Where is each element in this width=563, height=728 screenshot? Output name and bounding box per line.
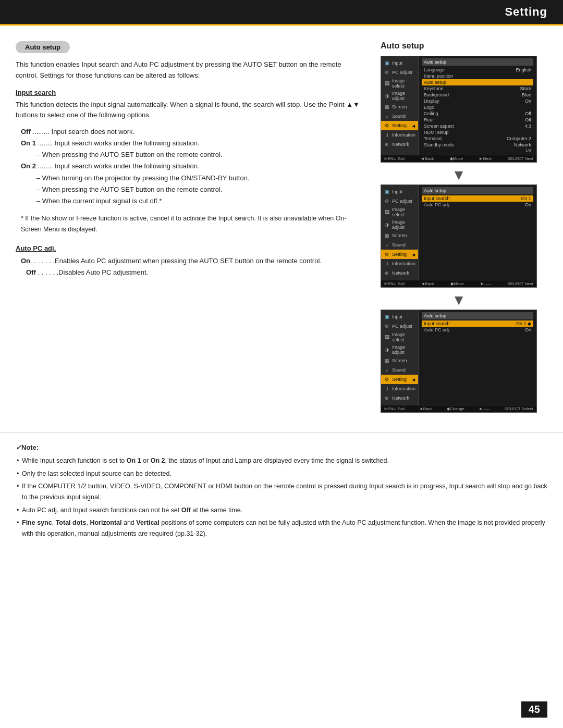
sound-icon-3: ♪ <box>383 366 390 374</box>
menu-item-setting-1: ⚙ Setting ◄ <box>381 121 418 130</box>
footnote: * If the No show or Freeze function is a… <box>16 213 365 236</box>
auto-pc-block: On. . . . . . .Enables Auto PC adjustmen… <box>16 255 365 278</box>
setting-icon-3: ⚙ <box>383 376 390 383</box>
on1-desc: ........ Input search works under the fo… <box>38 139 200 147</box>
menu-item-pcadjust: ⚙ PC adjust <box>381 68 418 77</box>
on2-desc: ........ Input search works under the fo… <box>38 162 200 170</box>
on2-option: On 2 ........ Input search works under t… <box>21 161 365 206</box>
row-terminal: TerminalComputer 2 <box>422 135 533 142</box>
footer-back-2: ◄Back <box>421 281 434 286</box>
footer-back-1: ◄Back <box>421 156 434 161</box>
footer-menu-2: MENU Exit <box>384 281 405 286</box>
menu-item-sound-2: ♪ Sound <box>381 240 418 250</box>
menu-inner-1: ▣ Input ⚙ PC adjust 🖼 Image select ◑ Ima… <box>381 56 536 155</box>
gear-icon-1: ⚙ <box>383 69 390 76</box>
adjust-icon-2: ◑ <box>383 221 390 228</box>
menu-item-input-2: ▣ Input <box>381 187 418 196</box>
on1-sub1: – When pressing the AUTO SET button on t… <box>21 149 365 161</box>
gear-icon-3: ⚙ <box>383 323 390 330</box>
page-number: 45 <box>521 701 547 718</box>
row-ceiling: CeilingOff <box>422 110 533 117</box>
on2-sub3: – When the current input signal is cut o… <box>21 195 365 207</box>
menu-item-network-2: ⊛ Network <box>381 268 418 278</box>
menu-item-setting-2: ⚙ Setting ◄ <box>381 250 418 259</box>
footer-select-2: SELECT Next <box>507 281 533 286</box>
network-icon-2: ⊛ <box>383 269 390 277</box>
menu-item-screen-3: ▦ Screen <box>381 356 418 365</box>
menu-right-panel-1: Auto setup LanguageEnglish Menu position… <box>419 56 536 155</box>
menu-screen-1: ▣ Input ⚙ PC adjust 🖼 Image select ◑ Ima… <box>381 56 537 163</box>
footer-next-2: ►----- <box>480 281 491 286</box>
footer-move-1: ◆Move <box>450 156 463 161</box>
note-item-3: If the COMPUTER 1/2 button, VIDEO, S-VID… <box>16 481 547 502</box>
on2-label: On 2 <box>21 162 36 170</box>
footer-next-3: ►----- <box>479 406 490 411</box>
menu-item-input-3: ▣ Input <box>381 312 418 322</box>
panel-title-3: Auto setup <box>422 312 533 319</box>
menu-item-info-3: ℹ Information <box>381 384 418 393</box>
note-item-2: Only the last selected input source can … <box>16 468 547 479</box>
info-icon-3: ℹ <box>383 385 390 392</box>
auto-setup-button-label: Auto setup <box>16 41 70 53</box>
input-search-title: Input search <box>16 89 365 96</box>
row-rear: RearOff <box>422 117 533 123</box>
auto-pc-title: Auto PC adj. <box>16 244 365 252</box>
footer-select-3: SELECT Select <box>505 406 533 411</box>
image-icon-3: 🖼 <box>383 334 390 341</box>
right-title: Auto setup <box>381 41 547 51</box>
row-keystone: KeystoneStore <box>422 85 533 92</box>
on2-sub1: – When turning on the projector by press… <box>21 172 365 184</box>
info-icon-2: ℹ <box>383 260 390 267</box>
network-icon-1: ⊛ <box>383 141 390 148</box>
notes-list: While Input search function is set to On… <box>16 455 547 539</box>
adjust-icon-1: ◑ <box>383 92 390 100</box>
menu-item-screen: ▦ Screen <box>381 102 418 112</box>
page-indicator-1: 1/3 <box>422 148 533 153</box>
setting-arrow-1: ◄ <box>411 123 416 129</box>
on1-label: On 1 <box>21 139 36 147</box>
adjust-icon-3: ◑ <box>383 346 390 353</box>
menu-item-screen-2: ▦ Screen <box>381 231 418 240</box>
off-desc: ......... Input search does not work. <box>32 128 134 135</box>
menu-item-network-3: ⊛ Network <box>381 393 418 403</box>
row-inputsearch-2: Input searchOn 1 <box>422 195 533 202</box>
main-content: Auto setup This function enables Input s… <box>0 26 563 427</box>
left-column: Auto setup This function enables Input s… <box>16 41 365 417</box>
image-icon-1: 🖼 <box>383 80 390 87</box>
note-item-4: Auto PC adj. and Input search functions … <box>16 505 547 516</box>
gear-icon-2: ⚙ <box>383 198 390 205</box>
off-option: Off ......... Input search does not work… <box>21 126 365 138</box>
row-menupos: Menu position <box>422 73 533 79</box>
setting-arrow-3: ◄ <box>411 377 416 382</box>
network-icon-3: ⊛ <box>383 394 390 402</box>
monitor-icon-2: ▣ <box>383 188 390 195</box>
setting-icon-1: ⚙ <box>383 122 390 129</box>
panel-title-1: Auto setup <box>422 58 533 66</box>
note-item-1: While Input search function is set to On… <box>16 455 547 466</box>
auto-pc-on-desc: . . . . . . .Enables Auto PC adjustment … <box>30 257 322 265</box>
menu-item-imageselect: 🖼 Image select <box>381 77 418 90</box>
menu-footer-1: MENU Exit ◄Back ◆Move ►Next SELECT Next <box>381 155 536 162</box>
footer-select-1: SELECT Next <box>507 156 533 161</box>
sound-icon-1: ♪ <box>383 113 390 120</box>
intro-text: This function enables Input search and A… <box>16 59 365 81</box>
input-search-desc: This function detects the input signal a… <box>16 100 365 121</box>
menu-footer-3: MENU Exit ◄Back ◆Change ►----- SELECT Se… <box>381 405 536 412</box>
notes-section: ✓Note: While Input search function is se… <box>0 433 563 557</box>
auto-pc-off-desc: . . . . . .Disables Auto PC adjustment. <box>36 268 148 276</box>
on2-sub2: – When pressing the AUTO SET button on t… <box>21 184 365 195</box>
menu-item-info-1: ℹ Information <box>381 130 418 140</box>
row-inputsearch-3: Input searchOn 1 ◆ <box>422 320 533 327</box>
screen-icon-3: ▦ <box>383 357 390 364</box>
arrow-1: ▼ <box>381 167 537 183</box>
panel-title-2: Auto setup <box>422 187 533 194</box>
menu-right-panel-3: Auto setup Input searchOn 1 ◆ Auto PC ad… <box>419 310 536 405</box>
row-screenaspect: Screen aspect4:3 <box>422 123 533 129</box>
footer-next-1: ►Next <box>479 156 492 161</box>
footer-change-3: ◆Change <box>447 406 464 411</box>
menu-item-info-2: ℹ Information <box>381 259 418 268</box>
footer-menu-3: MENU Exit <box>384 406 405 411</box>
menu-item-sound-1: ♪ Sound <box>381 112 418 121</box>
row-autopc-3: Auto PC adj.On <box>422 327 533 333</box>
row-language: LanguageEnglish <box>422 67 533 73</box>
